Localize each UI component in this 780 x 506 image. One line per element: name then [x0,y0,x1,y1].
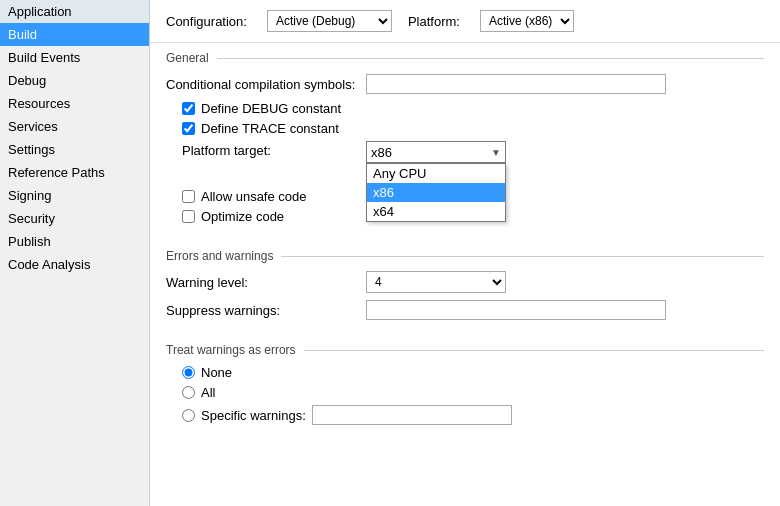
platform-target-label: Platform target: [182,141,366,158]
sidebar-item-security[interactable]: Security [0,207,149,230]
sidebar-item-code-analysis[interactable]: Code Analysis [0,253,149,276]
sidebar-item-resources[interactable]: Resources [0,92,149,115]
treat-specific-input[interactable] [312,405,512,425]
platform-target-value: x86 [371,145,392,160]
sidebar-item-reference-paths[interactable]: Reference Paths [0,161,149,184]
treat-none-label: None [201,365,232,380]
warning-level-select[interactable]: 01234 [366,271,506,293]
platform-target-dropdown-container: x86 ▼ Any CPUx86x64 [366,141,506,163]
errors-section: Errors and warnings Warning level: 01234… [150,241,780,438]
sidebar-item-debug[interactable]: Debug [0,69,149,92]
optimize-label: Optimize code [201,209,284,224]
platform-label: Platform: [408,14,460,29]
errors-content: Warning level: 01234 Suppress warnings: [150,267,780,335]
allow-unsafe-checkbox[interactable] [182,190,195,203]
top-bar: Configuration: Active (Debug)DebugReleas… [150,0,780,43]
define-trace-checkbox[interactable] [182,122,195,135]
treat-none-radio[interactable] [182,366,195,379]
optimize-checkbox[interactable] [182,210,195,223]
conditional-input[interactable] [366,74,666,94]
conditional-row: Conditional compilation symbols: [166,73,764,95]
platform-option-x64[interactable]: x64 [367,202,505,221]
suppress-label: Suppress warnings: [166,303,366,318]
general-section-header: General [150,43,780,69]
sidebar-item-publish[interactable]: Publish [0,230,149,253]
sidebar-item-application[interactable]: Application [0,0,149,23]
platform-target-dropdown: Any CPUx86x64 [366,163,506,222]
treat-section-header: Treat warnings as errors [150,335,780,361]
main-content: Configuration: Active (Debug)DebugReleas… [150,0,780,506]
warning-level-row: Warning level: 01234 [166,271,764,293]
define-debug-row: Define DEBUG constant [166,101,764,116]
treat-all-label: All [201,385,215,400]
sidebar-item-services[interactable]: Services [0,115,149,138]
treat-none-row: None [166,365,764,380]
define-debug-label: Define DEBUG constant [201,101,341,116]
define-debug-checkbox[interactable] [182,102,195,115]
configuration-label: Configuration: [166,14,247,29]
treat-all-row: All [166,385,764,400]
allow-unsafe-label: Allow unsafe code [201,189,307,204]
sidebar-item-build[interactable]: Build [0,23,149,46]
conditional-label: Conditional compilation symbols: [166,77,366,92]
sidebar-item-settings[interactable]: Settings [0,138,149,161]
platform-target-row: Platform target: x86 ▼ Any CPUx86x64 [166,141,764,163]
sidebar-item-build-events[interactable]: Build Events [0,46,149,69]
errors-section-header: Errors and warnings [150,241,780,267]
treat-specific-row: Specific warnings: [166,405,764,425]
platform-option-any-cpu[interactable]: Any CPU [367,164,505,183]
platform-select[interactable]: Active (x86)x86x64Any CPU [480,10,574,32]
sidebar-item-signing[interactable]: Signing [0,184,149,207]
platform-option-x86[interactable]: x86 [367,183,505,202]
platform-target-select-display[interactable]: x86 ▼ [366,141,506,163]
define-trace-label: Define TRACE constant [201,121,339,136]
general-content: Conditional compilation symbols: Define … [150,69,780,237]
treat-specific-label: Specific warnings: [201,408,306,423]
treat-content: None All Specific warnings: [150,361,780,438]
treat-specific-radio[interactable] [182,409,195,422]
suppress-input[interactable] [366,300,666,320]
configuration-select[interactable]: Active (Debug)DebugReleaseAll Configurat… [267,10,392,32]
sidebar: ApplicationBuildBuild EventsDebugResourc… [0,0,150,506]
treat-all-radio[interactable] [182,386,195,399]
warning-level-label: Warning level: [166,275,366,290]
define-trace-row: Define TRACE constant [166,121,764,136]
suppress-row: Suppress warnings: [166,299,764,321]
platform-dropdown-arrow: ▼ [491,147,501,158]
